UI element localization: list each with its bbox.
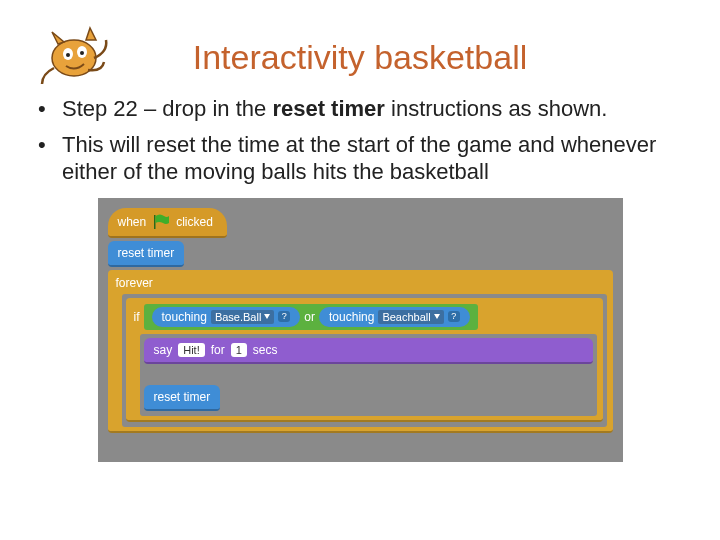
touching-1-qmark: ? (278, 311, 290, 322)
hat-when-label: when (118, 215, 147, 229)
bullet-1: • Step 22 – drop in the reset timer inst… (38, 95, 682, 123)
secs-label: secs (253, 343, 278, 357)
touching-2-reporter: touching Beachball ? (319, 307, 470, 327)
if-label: if (134, 310, 140, 324)
svg-rect-5 (154, 215, 156, 229)
or-label: or (304, 310, 315, 324)
touching-2-sprite: Beachball (382, 311, 430, 323)
touching-1-dropdown: Base.Ball (211, 310, 274, 324)
touching-2-qmark: ? (448, 311, 460, 322)
reset-timer-2-label: reset timer (154, 390, 211, 404)
bullet-list: • Step 22 – drop in the reset timer inst… (38, 95, 682, 186)
scratch-cat-icon (30, 18, 110, 90)
svg-point-4 (80, 51, 84, 55)
green-flag-icon (152, 214, 170, 230)
reset-timer-block: reset timer (108, 241, 185, 267)
dropdown-caret-icon (434, 314, 440, 319)
touching-1-sprite: Base.Ball (215, 311, 261, 323)
reset-timer-label: reset timer (118, 246, 175, 260)
if-block: if touching Base.Ball ? or (126, 298, 603, 422)
secs-number-input: 1 (231, 343, 247, 357)
forever-block: forever if touching Base.Ball (108, 270, 613, 433)
say-for-secs-block: say Hit! for 1 secs (144, 338, 593, 364)
bullet-2: • This will reset the time at the start … (38, 131, 682, 186)
forever-label: forever (114, 274, 607, 294)
bullet-1-bold: reset timer (272, 96, 385, 121)
page-title: Interactivity basketball (38, 38, 682, 77)
for-label: for (211, 343, 225, 357)
touching-2-dropdown: Beachball (378, 310, 443, 324)
touching-2-label: touching (329, 310, 374, 324)
say-message-input: Hit! (178, 343, 205, 357)
reset-timer-block-2: reset timer (144, 385, 221, 411)
hat-when-flag-clicked-block: when clicked (108, 208, 227, 238)
hat-clicked-label: clicked (176, 215, 213, 229)
bullet-1-text-a: Step 22 – drop in the (62, 96, 272, 121)
dropdown-caret-icon (264, 314, 270, 319)
bullet-2-text: This will reset the time at the start of… (62, 131, 682, 186)
bullet-1-text-b: instructions as shown. (385, 96, 608, 121)
scratch-code-panel: when clicked reset timer forever if tou (98, 198, 623, 462)
touching-1-reporter: touching Base.Ball ? (152, 307, 301, 327)
svg-point-2 (66, 53, 70, 57)
say-label: say (154, 343, 173, 357)
touching-1-label: touching (162, 310, 207, 324)
